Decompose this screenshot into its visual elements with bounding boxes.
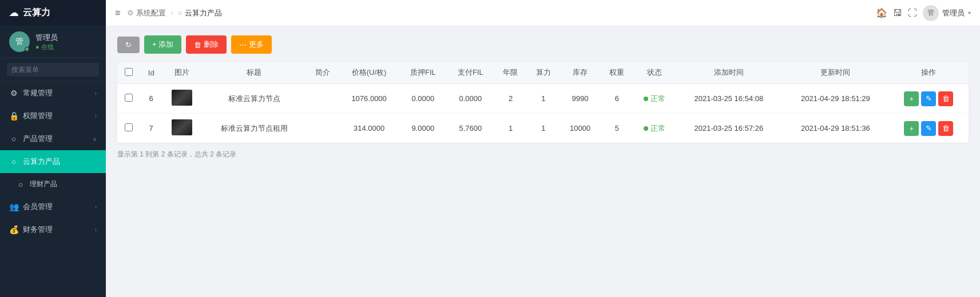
more-button[interactable]: ⋯ 更多 <box>231 35 272 54</box>
breadcrumb-system-config[interactable]: ⚙ 系统配置 <box>127 8 166 18</box>
fullscreen-icon[interactable]: ⛶ <box>908 8 917 18</box>
row-add-button[interactable]: ＋ <box>904 91 919 106</box>
avatar: 管 <box>9 31 30 52</box>
row-title: 标准云算力节点租用 <box>203 114 306 143</box>
user-name: 管理员 <box>35 33 58 43</box>
product-icon: ○ <box>9 134 18 143</box>
topbar: ≡ ⚙ 系统配置 › ○ 云算力产品 🏠 🖫 ⛶ 管 管理员 ▾ <box>106 0 980 26</box>
sidebar-item-label: 权限管理 <box>23 111 90 121</box>
sidebar-item-label: 产品管理 <box>23 134 88 144</box>
row-weight: 6 <box>601 84 633 114</box>
sidebar-item-label: 云算力产品 <box>23 156 97 167</box>
row-pledge-fil: 9.0000 <box>399 114 447 143</box>
action-buttons: ＋ ✎ 🗑 <box>894 121 964 136</box>
topbar-left: ≡ ⚙ 系统配置 › ○ 云算力产品 <box>115 8 869 18</box>
save-icon[interactable]: 🖫 <box>893 8 902 18</box>
row-status: 正常 <box>633 84 676 114</box>
delete-label: 删除 <box>204 39 219 50</box>
row-edit-button[interactable]: ✎ <box>921 121 936 136</box>
sidebar-item-label: 财务管理 <box>23 224 90 235</box>
breadcrumb-label: 云算力产品 <box>185 8 222 18</box>
sidebar-item-permission[interactable]: 🔒 权限管理 › <box>0 105 106 127</box>
row-pay-fil: 5.7600 <box>447 114 494 143</box>
data-table: Id 图片 标题 简介 价格(U/枚) 质押FIL 支付FIL 年限 算力 库存… <box>117 62 969 143</box>
sidebar-menu: ⚙ 常规管理 › 🔒 权限管理 › ○ 产品管理 ∨ ○ 云算力产品 ○ 理财产… <box>0 82 106 297</box>
topbar-right: 🏠 🖫 ⛶ 管 管理员 ▾ <box>876 5 971 21</box>
product-thumbnail <box>172 119 192 135</box>
sidebar-item-member[interactable]: 👥 会员管理 › <box>0 195 106 218</box>
row-add-button[interactable]: ＋ <box>904 121 919 136</box>
refresh-button[interactable]: ↻ <box>117 37 140 53</box>
chevron-right-icon: › <box>95 113 97 119</box>
row-stock: 10000 <box>560 114 600 143</box>
row-intro <box>306 84 339 114</box>
status-dot <box>644 97 648 101</box>
breadcrumb: ⚙ 系统配置 › ○ 云算力产品 <box>127 8 221 18</box>
admin-avatar: 管 <box>923 5 939 21</box>
sidebar-item-common[interactable]: ⚙ 常规管理 › <box>0 82 106 105</box>
row-checkbox[interactable] <box>125 123 133 131</box>
col-add-time: 添加时间 <box>676 62 783 84</box>
col-intro: 简介 <box>306 62 339 84</box>
sidebar-logo: ☁ 云算力 <box>0 0 106 26</box>
row-id: 6 <box>141 84 162 114</box>
sidebar-item-cloud-power[interactable]: ○ 云算力产品 <box>0 150 106 173</box>
col-pledge-fil: 质押FIL <box>399 62 447 84</box>
chevron-right-icon: › <box>95 227 97 233</box>
search-input[interactable] <box>7 63 99 77</box>
sidebar: ☁ 云算力 管 管理员 ● 在线 ⚙ 常规管理 › 🔒 权限管理 › ○ 产品管… <box>0 0 106 297</box>
action-buttons: ＋ ✎ 🗑 <box>894 91 964 106</box>
admin-menu[interactable]: 管 管理员 ▾ <box>923 5 971 21</box>
row-delete-button[interactable]: 🗑 <box>938 91 953 106</box>
row-update-time: 2021-04-29 18:51:36 <box>782 114 889 143</box>
user-info: 管理员 ● 在线 <box>35 33 58 51</box>
row-years: 2 <box>494 84 527 114</box>
sidebar-search-container <box>0 58 106 82</box>
row-pay-fil: 0.0000 <box>447 84 494 114</box>
row-edit-button[interactable]: ✎ <box>921 91 936 106</box>
circle-icon: ○ <box>16 180 25 189</box>
row-price: 314.0000 <box>339 114 399 143</box>
col-actions: 操作 <box>889 62 969 84</box>
sidebar-item-finance-product[interactable]: ○ 理财产品 <box>0 173 106 195</box>
row-status: 正常 <box>633 114 676 143</box>
logo-icon: ☁ <box>9 7 18 18</box>
data-table-wrapper: Id 图片 标题 简介 价格(U/枚) 质押FIL 支付FIL 年限 算力 库存… <box>117 62 969 143</box>
home-icon[interactable]: 🏠 <box>876 7 887 18</box>
product-thumbnail <box>172 90 192 106</box>
sidebar-item-finance[interactable]: 💰 财务管理 › <box>0 218 106 241</box>
row-delete-button[interactable]: 🗑 <box>938 121 953 136</box>
table-row: 7 标准云算力节点租用 314.0000 9.0000 5.7600 1 1 1… <box>117 114 969 143</box>
row-checkbox[interactable] <box>125 94 133 102</box>
lock-icon: 🔒 <box>9 111 18 121</box>
main-area: ≡ ⚙ 系统配置 › ○ 云算力产品 🏠 🖫 ⛶ 管 管理员 ▾ <box>106 0 980 297</box>
hamburger-icon[interactable]: ≡ <box>115 8 120 18</box>
col-weight: 权重 <box>601 62 633 84</box>
more-label: 更多 <box>249 39 264 50</box>
member-icon: 👥 <box>9 202 18 211</box>
col-status: 状态 <box>633 62 676 84</box>
finance-icon: 💰 <box>9 225 18 234</box>
add-button[interactable]: + 添加 <box>144 35 181 54</box>
chevron-down-icon: ∨ <box>93 136 97 142</box>
row-actions: ＋ ✎ 🗑 <box>889 84 969 114</box>
row-pledge-fil: 0.0000 <box>399 84 447 114</box>
pagination-info: 显示第 1 到第 2 条记录，总共 2 条记录 <box>117 150 969 159</box>
col-pay-fil: 支付FIL <box>447 62 494 84</box>
row-checkbox-cell <box>117 84 141 114</box>
sidebar-item-product[interactable]: ○ 产品管理 ∨ <box>0 127 106 150</box>
row-checkbox-cell <box>117 114 141 143</box>
col-years: 年限 <box>494 62 527 84</box>
breadcrumb-cloud-power[interactable]: ○ 云算力产品 <box>178 8 222 18</box>
row-title: 标准云算力节点 <box>203 84 306 114</box>
status-badge: 正常 <box>644 94 665 104</box>
common-icon: ⚙ <box>9 89 18 98</box>
select-all-checkbox[interactable] <box>125 68 133 76</box>
toolbar: ↻ + 添加 🗑 删除 ⋯ 更多 <box>117 35 969 54</box>
row-actions: ＋ ✎ 🗑 <box>889 114 969 143</box>
row-update-time: 2021-04-29 18:51:29 <box>782 84 889 114</box>
circle-icon: ○ <box>178 9 182 17</box>
col-update-time: 更新时间 <box>782 62 889 84</box>
delete-button[interactable]: 🗑 删除 <box>186 35 227 54</box>
chevron-right-icon: › <box>95 90 97 97</box>
